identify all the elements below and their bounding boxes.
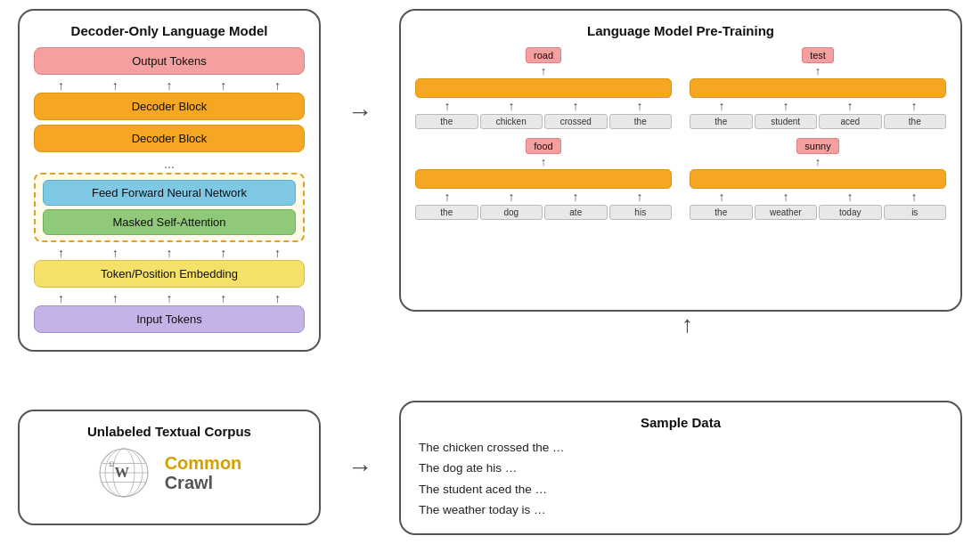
pretraining-box: Language Model Pre-Training road ↑ ↑ ↑ ↑… (399, 9, 962, 312)
pt-arrow-up-3: ↑ (815, 65, 821, 77)
decoder-block-2: Decoder Block (34, 125, 305, 152)
pt-example-1: road ↑ ↑ ↑ ↑ ↑ the chicken crossed (415, 47, 672, 129)
arrow-up-15: ↑ (274, 292, 281, 304)
pretraining-col-right: test ↑ ↑ ↑ ↑ ↑ the student aced (690, 47, 946, 220)
pt-input-words-1: the chicken crossed the (415, 114, 672, 129)
pt-input-arrows-1: ↑ ↑ ↑ ↑ (415, 100, 672, 112)
arrow-up-1: ↑ (58, 79, 64, 92)
input-tokens-layer: Input Tokens (34, 305, 305, 333)
arrow-up-11: ↑ (58, 292, 64, 304)
top-section: Decoder-Only Language Model Output Token… (18, 9, 962, 387)
pt-input-words-2: the dog ate his (415, 205, 672, 220)
msa-layer: Masked Self-Attention (43, 209, 296, 235)
pt-decoder-bar-1 (415, 78, 672, 98)
arrow-row-2: ↑ ↑ ↑ ↑ ↑ (34, 247, 305, 259)
arrow-up-5: ↑ (274, 79, 281, 92)
arrow-up-3: ↑ (166, 79, 172, 92)
arrow-up-13: ↑ (166, 292, 172, 304)
sample-line-3: The student aced the … (419, 479, 943, 500)
pt-example-2: food ↑ ↑ ↑ ↑ ↑ the dog ate (415, 138, 672, 220)
pt-example-4: sunny ↑ ↑ ↑ ↑ ↑ the weather today (690, 138, 946, 220)
pt-decoder-bar-2 (415, 169, 672, 189)
common-crawl-common-text: Common (165, 453, 242, 473)
bottom-section: Unlabeled Textual Corpus W Ω (18, 401, 962, 536)
pt-arrow-up-1: ↑ (541, 65, 547, 77)
sample-data-box: Sample Data The chicken crossed the … Th… (399, 401, 962, 536)
pt-target-4: sunny (796, 138, 838, 154)
pt-example-3: test ↑ ↑ ↑ ↑ ↑ the student aced (690, 47, 946, 129)
pt-input-words-3: the student aced the (690, 114, 946, 129)
arrow-up-9: ↑ (220, 247, 226, 259)
arrow-row-3: ↑ ↑ ↑ ↑ ↑ (34, 292, 305, 304)
main-container: Decoder-Only Language Model Output Token… (0, 0, 980, 544)
pt-input-words-4: the weather today is (690, 205, 946, 220)
arrow-up-12: ↑ (112, 292, 118, 304)
decoder-box: Decoder-Only Language Model Output Token… (18, 9, 321, 352)
arrow-up-10: ↑ (274, 247, 281, 259)
decoder-title: Decoder-Only Language Model (34, 23, 305, 38)
pt-arrow-up-4: ↑ (815, 156, 821, 167)
dots: ... (34, 157, 305, 171)
sample-line-4: The weather today is … (419, 499, 943, 521)
inner-dashed-box: Feed Forward Neural Network Masked Self-… (34, 173, 305, 242)
common-crawl-crawl-text: Crawl (165, 473, 242, 492)
pt-target-1: road (526, 47, 561, 63)
arrow-up-8: ↑ (166, 247, 172, 259)
pt-input-arrows-2: ↑ ↑ ↑ ↑ (415, 191, 672, 203)
arrow-row-1: ↑ ↑ ↑ ↑ ↑ (34, 79, 305, 92)
pt-target-3: test (802, 47, 834, 63)
decoder-block-1: Decoder Block (34, 93, 305, 120)
pt-arrow-up-2: ↑ (541, 156, 547, 167)
arrow-up-6: ↑ (58, 247, 64, 259)
arrow-up-4: ↑ (220, 79, 226, 92)
corpus-to-sample-arrow: → (347, 453, 372, 482)
output-tokens-layer: Output Tokens (34, 47, 305, 75)
ffnn-layer: Feed Forward Neural Network (43, 180, 296, 206)
sample-to-pretraining-arrow: → (674, 314, 698, 337)
corpus-icons: W Ω Common Crawl (36, 446, 303, 499)
pretraining-col-left: road ↑ ↑ ↑ ↑ ↑ the chicken crossed (415, 47, 672, 220)
arrow-up-14: ↑ (220, 292, 226, 304)
embedding-layer: Token/Position Embedding (34, 260, 305, 288)
decoder-to-pretraining-arrow: → (347, 9, 372, 126)
pretraining-title: Language Model Pre-Training (415, 23, 946, 38)
pt-target-2: food (526, 138, 560, 154)
pt-input-arrows-4: ↑ ↑ ↑ ↑ (690, 191, 946, 203)
common-crawl-logo: Common Crawl (165, 453, 242, 492)
arrow-up-2: ↑ (112, 79, 118, 92)
arrow-up-7: ↑ (112, 247, 118, 259)
svg-text:Ω: Ω (109, 460, 114, 468)
sample-data-lines: The chicken crossed the … The dog ate hi… (419, 437, 943, 522)
sample-data-title: Sample Data (419, 415, 943, 430)
corpus-title: Unlabeled Textual Corpus (36, 424, 303, 439)
corpus-box: Unlabeled Textual Corpus W Ω (18, 410, 321, 525)
sample-line-1: The chicken crossed the … (419, 437, 943, 459)
pretraining-columns: road ↑ ↑ ↑ ↑ ↑ the chicken crossed (415, 47, 946, 220)
pt-decoder-bar-4 (690, 169, 946, 189)
wikipedia-globe-icon: W Ω (97, 446, 151, 499)
pt-input-arrows-3: ↑ ↑ ↑ ↑ (690, 100, 946, 112)
svg-text:W: W (114, 464, 129, 481)
pt-decoder-bar-3 (690, 78, 946, 98)
sample-line-2: The dog ate his … (419, 458, 943, 479)
